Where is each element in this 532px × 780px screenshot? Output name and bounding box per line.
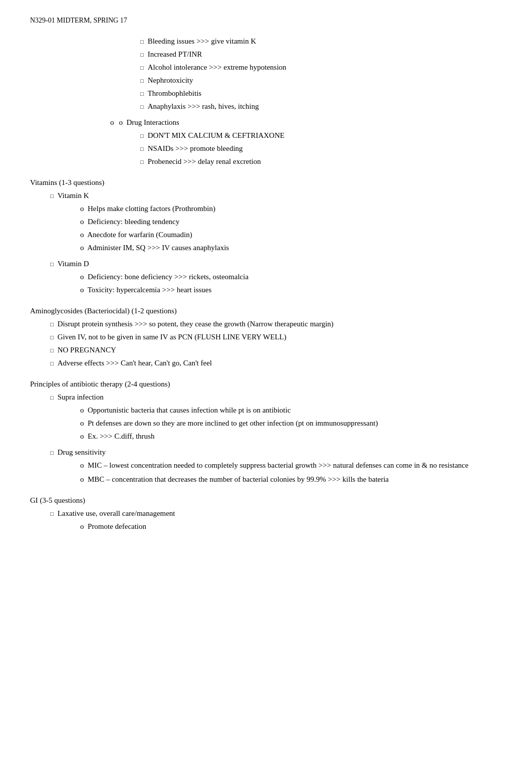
- vd-item-0: o Deficiency: bone deficiency >>> ricket…: [30, 271, 502, 283]
- bullet-anaphylaxis: Anaphylaxis >>> rash, hives, itching: [30, 100, 502, 112]
- page-header: N329-01 MIDTERM, SPRING 17: [30, 15, 502, 26]
- bullet-alcohol: Alcohol intolerance >>> extreme hypotens…: [30, 61, 502, 73]
- vk-item-0: o Helps make clotting factors (Prothromb…: [30, 203, 502, 215]
- drug-interactions-label: o Drug Interactions: [30, 116, 502, 128]
- vitamin-d-label: Vitamin D: [30, 258, 502, 270]
- square-icon: [140, 76, 148, 84]
- antibiotic-therapy-title: Principles of antibiotic therapy (2-4 qu…: [30, 378, 502, 390]
- square-icon: [50, 260, 58, 268]
- laxative-item-0: o Promote defecation: [30, 520, 502, 532]
- drug-sensitivity-label: Drug sensitivity: [30, 446, 502, 458]
- vitamins-title: Vitamins (1-3 questions): [30, 176, 502, 188]
- square-icon: [50, 346, 58, 354]
- amino-item-3: Adverse effects >>> Can't hear, Can't go…: [30, 357, 502, 369]
- pre-vitamins-section: Bleeding issues >>> give vitamin K Incre…: [30, 35, 502, 167]
- square-icon: [50, 359, 58, 367]
- amino-item-0: Disrupt protein synthesis >>> so potent,…: [30, 318, 502, 330]
- drug-int-nsaids: NSAIDs >>> promote bleeding: [30, 142, 502, 154]
- vk-item-1: o Deficiency: bleeding tendency: [30, 216, 502, 228]
- square-icon: [140, 50, 148, 58]
- drug-int-calcium: DON'T MIX CALCIUM & CEFTRIAXONE: [30, 129, 502, 141]
- antibiotic-therapy-section: Principles of antibiotic therapy (2-4 qu…: [30, 378, 502, 485]
- amino-item-2: NO PREGNANCY: [30, 344, 502, 356]
- supra-infection-label: Supra infection: [30, 391, 502, 403]
- gi-title: GI (3-5 questions): [30, 494, 502, 506]
- bullet-nephro: Nephrotoxicity: [30, 74, 502, 86]
- square-icon: [50, 393, 58, 401]
- square-icon: [50, 509, 58, 517]
- sensitivity-item-0: o MIC – lowest concentration needed to c…: [30, 459, 502, 471]
- aminoglycosides-section: Aminoglycosides (Bacteriocidal) (1-2 que…: [30, 305, 502, 369]
- square-icon: [50, 448, 58, 456]
- vitamin-k-label: Vitamin K: [30, 189, 502, 202]
- square-icon: [50, 333, 58, 341]
- square-icon: [140, 131, 148, 139]
- vd-item-1: o Toxicity: hypercalcemia >>> heart issu…: [30, 284, 502, 296]
- vk-item-3: o Administer IM, SQ >>> IV causes anaphy…: [30, 242, 502, 254]
- sensitivity-item-1: o MBC – concentration that decreases the…: [30, 472, 502, 485]
- square-icon: [140, 63, 148, 71]
- square-icon: [140, 102, 148, 110]
- square-icon: [50, 191, 58, 200]
- square-icon: [140, 37, 148, 45]
- supra-item-1: o Pt defenses are down so they are more …: [30, 417, 502, 429]
- aminoglycosides-title: Aminoglycosides (Bacteriocidal) (1-2 que…: [30, 305, 502, 317]
- vk-item-2: o Anecdote for warfarin (Coumadin): [30, 229, 502, 241]
- drug-int-probenecid: Probenecid >>> delay renal excretion: [30, 155, 502, 167]
- bullet-bleeding: Bleeding issues >>> give vitamin K: [30, 35, 502, 47]
- bullet-thrombo: Thrombophlebitis: [30, 87, 502, 99]
- supra-item-0: o Opportunistic bacteria that causes inf…: [30, 404, 502, 416]
- page-content: N329-01 MIDTERM, SPRING 17 Bleeding issu…: [30, 15, 502, 532]
- supra-item-2: o Ex. >>> C.diff, thrush: [30, 430, 502, 442]
- square-icon: [140, 157, 148, 165]
- gi-section: GI (3-5 questions) Laxative use, overall…: [30, 494, 502, 532]
- amino-item-1: Given IV, not to be given in same IV as …: [30, 331, 502, 343]
- square-icon: [50, 320, 58, 328]
- square-icon: [140, 144, 148, 152]
- vitamins-section: Vitamins (1-3 questions) Vitamin K o Hel…: [30, 176, 502, 296]
- bullet-pt-inr: Increased PT/INR: [30, 48, 502, 60]
- square-icon: [140, 89, 148, 97]
- laxative-label: Laxative use, overall care/management: [30, 507, 502, 519]
